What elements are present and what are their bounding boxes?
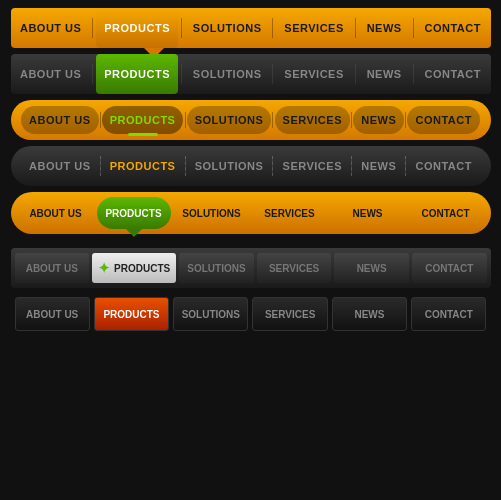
nav5-contact[interactable]: CONTACT (409, 197, 483, 229)
nav6-about[interactable]: ABOUT US (15, 253, 90, 283)
nav6-news[interactable]: NEWS (334, 253, 409, 283)
nav4-products[interactable]: PRODUCTS (102, 151, 184, 181)
nav4-sep3 (272, 156, 273, 176)
nav5-about[interactable]: ABOUT US (19, 197, 93, 229)
nav2-sep1 (92, 64, 93, 84)
nav3-solutions[interactable]: SOLUTIONS (187, 106, 272, 134)
nav3-sep4 (351, 112, 352, 128)
nav3-sep2 (185, 112, 186, 128)
nav1-news[interactable]: NEWS (359, 8, 410, 48)
nav1-services[interactable]: SERVICES (276, 8, 351, 48)
nav3-services[interactable]: SERVICES (275, 106, 350, 134)
nav5-services[interactable]: SERVICES (253, 197, 327, 229)
nav7-products[interactable]: PRODUCTS (94, 297, 169, 331)
nav7-contact[interactable]: CONTACT (411, 297, 486, 331)
nav4-sep2 (185, 156, 186, 176)
nav3-sep1 (100, 112, 101, 128)
nav2-sep3 (272, 64, 273, 84)
nav3-about[interactable]: ABOUT US (21, 106, 98, 134)
navbar-4: ABOUT US PRODUCTS SOLUTIONS SERVICES NEW… (11, 146, 491, 186)
nav4-solutions[interactable]: SOLUTIONS (187, 151, 272, 181)
nav6-contact[interactable]: CONTACT (412, 253, 487, 283)
nav2-news[interactable]: NEWS (359, 54, 410, 94)
nav3-sep3 (272, 112, 273, 128)
nav5-news[interactable]: NEWS (331, 197, 405, 229)
nav4-about[interactable]: ABOUT US (21, 151, 98, 181)
nav7-news[interactable]: NEWS (332, 297, 407, 331)
nav1-sep1 (92, 18, 93, 38)
nav3-news[interactable]: NEWS (353, 106, 404, 134)
navbar-7: ABOUT US PRODUCTS SOLUTIONS SERVICES NEW… (11, 294, 491, 334)
nav1-sep2 (181, 18, 182, 38)
nav1-contact[interactable]: CONTACT (416, 8, 488, 48)
nav1-solutions[interactable]: SOLUTIONS (185, 8, 270, 48)
nav4-sep5 (405, 156, 406, 176)
nav2-contact[interactable]: CONTACT (416, 54, 488, 94)
nav4-services[interactable]: SERVICES (275, 151, 350, 181)
navbar-5: ABOUT US PRODUCTS SOLUTIONS SERVICES NEW… (11, 192, 491, 234)
nav5-products[interactable]: PRODUCTS (97, 197, 171, 229)
nav7-solutions[interactable]: SOLUTIONS (173, 297, 248, 331)
navbar-6: ABOUT US ✦PRODUCTS SOLUTIONS SERVICES NE… (11, 248, 491, 288)
nav2-sep5 (413, 64, 414, 84)
nav4-sep4 (351, 156, 352, 176)
nav2-products[interactable]: PRODUCTS (96, 54, 178, 94)
nav2-services[interactable]: SERVICES (276, 54, 351, 94)
nav1-sep4 (355, 18, 356, 38)
navbar-3: ABOUT US PRODUCTS SOLUTIONS SERVICES NEW… (11, 100, 491, 140)
nav2-solutions[interactable]: SOLUTIONS (185, 54, 270, 94)
navbar-2: ABOUT US PRODUCTS SOLUTIONS SERVICES NEW… (11, 54, 491, 94)
nav4-news[interactable]: NEWS (353, 151, 404, 181)
nav4-contact[interactable]: CONTACT (407, 151, 479, 181)
nav6-products[interactable]: ✦PRODUCTS (92, 253, 176, 283)
nav5-solutions[interactable]: SOLUTIONS (175, 197, 249, 229)
nav2-about[interactable]: ABOUT US (12, 54, 89, 94)
nav6-solutions[interactable]: SOLUTIONS (179, 253, 254, 283)
nav6-services[interactable]: SERVICES (257, 253, 332, 283)
nav1-products[interactable]: PRODUCTS (96, 8, 178, 48)
nav3-sep5 (405, 112, 406, 128)
nav3-contact[interactable]: CONTACT (407, 106, 479, 134)
nav7-about[interactable]: ABOUT US (15, 297, 90, 331)
navbar-1: ABOUT US PRODUCTS SOLUTIONS SERVICES NEW… (11, 8, 491, 48)
nav7-services[interactable]: SERVICES (252, 297, 327, 331)
star-icon: ✦ (98, 260, 110, 276)
nav3-products[interactable]: PRODUCTS (102, 106, 184, 134)
nav1-sep3 (272, 18, 273, 38)
nav2-sep4 (355, 64, 356, 84)
nav2-sep2 (181, 64, 182, 84)
nav1-about[interactable]: ABOUT US (12, 8, 89, 48)
nav1-sep5 (413, 18, 414, 38)
nav4-sep1 (100, 156, 101, 176)
